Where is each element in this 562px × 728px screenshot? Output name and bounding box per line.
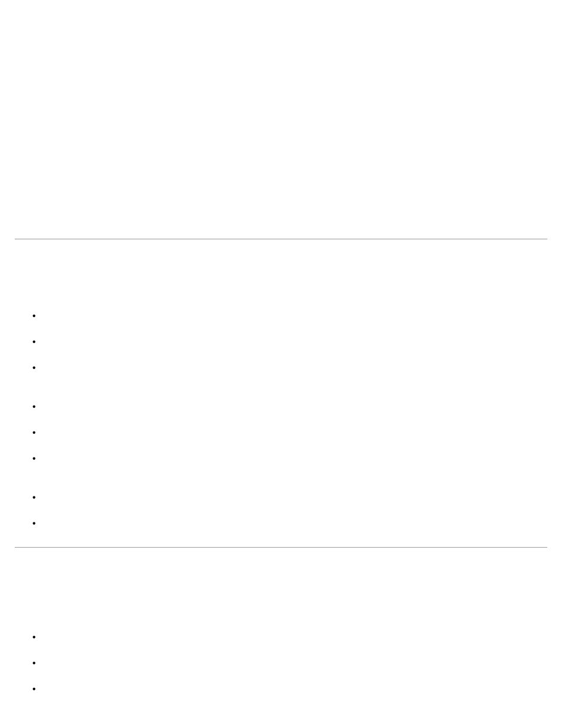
list-item xyxy=(32,624,547,650)
list-section-2 xyxy=(15,624,547,702)
group-gap xyxy=(15,472,547,485)
list-item xyxy=(32,485,547,510)
section-gap-2 xyxy=(15,548,547,624)
list-item xyxy=(32,420,547,446)
list-item xyxy=(32,446,547,472)
top-spacer xyxy=(15,0,547,239)
list-item xyxy=(32,510,547,536)
list-item xyxy=(32,355,547,381)
list-section-1c xyxy=(15,485,547,536)
list-item xyxy=(32,676,547,702)
list-item xyxy=(32,394,547,420)
list-section-1 xyxy=(15,303,547,381)
group-gap xyxy=(15,381,547,394)
list-item xyxy=(32,329,547,355)
list-item xyxy=(32,650,547,676)
list-section-1b xyxy=(15,394,547,472)
section-gap-1 xyxy=(15,239,547,303)
list-item xyxy=(32,303,547,329)
pre-divider-gap xyxy=(15,536,547,547)
